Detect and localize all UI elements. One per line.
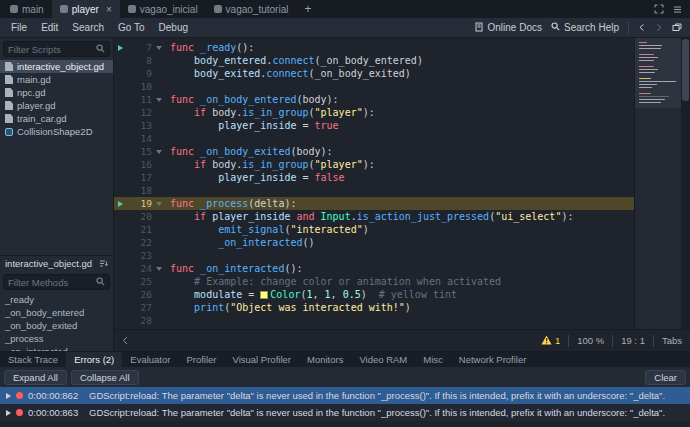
gutter: 24 <box>114 262 170 275</box>
code-line[interactable]: 13 player_inside = true <box>114 119 634 132</box>
debugger-tab-monitors[interactable]: Monitors <box>299 352 351 367</box>
code-line[interactable]: 18 <box>114 184 634 197</box>
scene-tab-label: main <box>22 4 44 15</box>
code-line[interactable]: 8 body_entered.connect(_on_body_entered) <box>114 54 634 67</box>
code-line[interactable]: 23 <box>114 249 634 262</box>
search-icon <box>551 22 560 33</box>
method-item[interactable]: _on_body_exited <box>0 319 113 332</box>
expand-arrow-icon[interactable] <box>6 393 11 399</box>
minimap[interactable] <box>634 38 681 329</box>
script-item[interactable]: CollisionShape2D <box>0 125 113 138</box>
online-docs-button[interactable]: Online Docs <box>474 22 542 34</box>
color-swatch[interactable] <box>260 291 268 299</box>
debugger-tab-misc[interactable]: Misc <box>415 352 451 367</box>
debugger-tab-network-profiler[interactable]: Network Profiler <box>451 352 535 367</box>
line-number: 25 <box>127 275 152 288</box>
gutter: 10 <box>114 80 170 93</box>
code-line[interactable]: 14 <box>114 132 634 145</box>
expand-panel-icon[interactable] <box>654 4 664 14</box>
clear-button[interactable]: Clear <box>645 370 686 385</box>
script-item[interactable]: npc.gd <box>0 86 113 99</box>
method-item[interactable]: _ready <box>0 293 113 306</box>
scene-tab-main[interactable]: main <box>2 0 52 18</box>
toggle-scripts-panel-icon[interactable] <box>122 336 129 345</box>
code-text: _on_interacted() <box>170 236 634 249</box>
code-line[interactable]: 16 if body.is_in_group("player"): <box>114 158 634 171</box>
minimap-viewport[interactable] <box>635 38 681 108</box>
code-lines[interactable]: 7func _ready():8 body_entered.connect(_o… <box>114 38 634 329</box>
collapse-all-button[interactable]: Collapse All <box>71 370 139 385</box>
menu-search[interactable]: Search <box>65 20 111 35</box>
fold-arrow-icon[interactable] <box>156 46 162 50</box>
scene-tab-vagao-tutorial[interactable]: vagao_tutorial <box>206 0 297 18</box>
code-text: func _ready(): <box>170 41 634 54</box>
line-number: 14 <box>127 132 152 145</box>
code-line[interactable]: 15func _on_body_exited(body): <box>114 145 634 158</box>
editor-scrollbar[interactable] <box>681 38 690 329</box>
code-line[interactable]: 21 emit_signal("interacted") <box>114 223 634 236</box>
script-item[interactable]: player.gd <box>0 99 113 112</box>
close-icon[interactable]: × <box>106 4 112 15</box>
code-line[interactable]: 17 player_inside = false <box>114 171 634 184</box>
code-line[interactable]: 7func _ready(): <box>114 41 634 54</box>
debugger-tab-stack-trace[interactable]: Stack Trace <box>0 352 66 367</box>
debugger-tab-visual-profiler[interactable]: Visual Profiler <box>225 352 299 367</box>
code-line[interactable]: 27 print("Object was interacted with!") <box>114 301 634 314</box>
debugger-tab-profiler[interactable]: Profiler <box>178 352 224 367</box>
menu-debug[interactable]: Debug <box>152 20 195 35</box>
error-row[interactable]: 0:00:00:862GDScript:reload: The paramete… <box>0 387 690 404</box>
fold-arrow-icon[interactable] <box>156 202 162 206</box>
scene-tab-player[interactable]: player× <box>52 0 120 18</box>
history-back-icon[interactable] <box>638 23 646 32</box>
code-line[interactable]: 12 if body.is_in_group("player"): <box>114 106 634 119</box>
debugger-tab-errors-2[interactable]: Errors (2) <box>66 352 122 367</box>
code-line[interactable]: 28 <box>114 314 634 327</box>
code-line[interactable]: 19func _process(delta): <box>114 197 634 210</box>
code-line[interactable]: 22 _on_interacted() <box>114 236 634 249</box>
scene-tab-bar: mainplayer×vagao_inicialvagao_tutorial + <box>0 0 690 18</box>
code-line[interactable]: 24func _on_interacted(): <box>114 262 634 275</box>
history-forward-icon[interactable] <box>655 23 663 32</box>
tab-menu-icon[interactable] <box>673 5 682 14</box>
fold-arrow-icon[interactable] <box>156 150 162 154</box>
sort-methods-icon[interactable] <box>99 259 108 268</box>
zoom-level[interactable]: 100 % <box>577 335 604 346</box>
scene-icon <box>214 5 222 13</box>
code-text: func _process(delta): <box>170 197 634 210</box>
indent-type[interactable]: Tabs <box>662 335 682 346</box>
method-item[interactable]: _process <box>0 332 113 345</box>
filter-methods-box[interactable] <box>3 274 110 290</box>
fold-arrow-icon[interactable] <box>156 267 162 271</box>
expand-arrow-icon[interactable] <box>6 410 11 416</box>
line-number: 13 <box>127 119 152 132</box>
error-row[interactable]: 0:00:00:863GDScript:reload: The paramete… <box>0 404 690 421</box>
script-item[interactable]: main.gd <box>0 73 113 86</box>
debugger-tab-video-ram[interactable]: Video RAM <box>351 352 415 367</box>
float-window-icon[interactable] <box>672 23 682 32</box>
code-line[interactable]: 10 <box>114 80 634 93</box>
code-line[interactable]: 26 modulate = Color(1, 1, 0.5) # yellow … <box>114 288 634 301</box>
separator <box>653 335 654 347</box>
fold-arrow-icon[interactable] <box>156 98 162 102</box>
search-help-button[interactable]: Search Help <box>551 22 619 33</box>
code-line[interactable]: 9 body_exited.connect(_on_body_exited) <box>114 67 634 80</box>
code-line[interactable]: 11func _on_body_entered(body): <box>114 93 634 106</box>
filter-methods-input[interactable] <box>8 277 93 288</box>
scrollbar-handle[interactable] <box>682 39 689 101</box>
debugger-tab-evaluator[interactable]: Evaluator <box>122 352 178 367</box>
menu-edit[interactable]: Edit <box>34 20 65 35</box>
gutter: 16 <box>114 158 170 171</box>
scene-tab-vagao-inicial[interactable]: vagao_inicial <box>120 0 206 18</box>
menu-file[interactable]: File <box>4 20 34 35</box>
menu-go-to[interactable]: Go To <box>111 20 152 35</box>
filter-scripts-box[interactable] <box>3 41 110 57</box>
warning-indicator[interactable]: 1 <box>541 335 560 347</box>
filter-scripts-input[interactable] <box>8 44 93 55</box>
expand-all-button[interactable]: Expand All <box>4 370 67 385</box>
script-item[interactable]: train_car.gd <box>0 112 113 125</box>
code-line[interactable]: 20 if player_inside and Input.is_action_… <box>114 210 634 223</box>
method-item[interactable]: _on_body_entered <box>0 306 113 319</box>
script-item[interactable]: interactive_object.gd <box>0 60 113 73</box>
add-scene-tab-button[interactable]: + <box>296 0 319 18</box>
code-line[interactable]: 25 # Example: change color or animation … <box>114 275 634 288</box>
